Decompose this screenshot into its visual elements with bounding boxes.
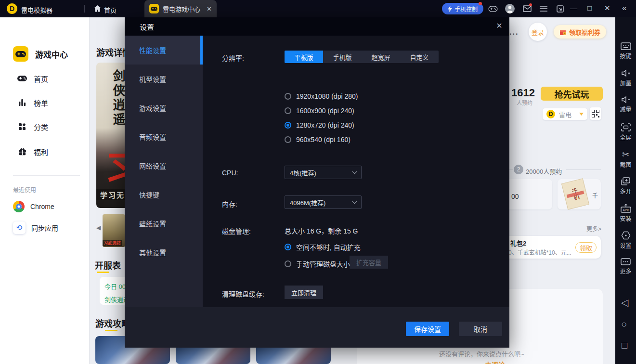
toolbar-volume-down[interactable]: 减量 [615,96,636,113]
milestone-label: 20000人预约 [526,167,562,176]
tab-close-icon[interactable]: ✕ [207,5,212,13]
toolbar-volume-up[interactable]: 加量 [615,69,636,87]
menu-icon[interactable] [538,3,549,14]
toolbar-settings[interactable]: 设置 [615,231,636,249]
gift-icon [17,147,27,156]
emulator-toolbar: 按键 加量 减量 全屏 ✂ 截图 多开 APK 安装 设置 [615,17,636,364]
multi-window-icon [621,177,630,185]
truncated-text: ... [509,28,519,37]
recent-item-sync-apps[interactable]: ⟲ 同步应用 [0,221,90,235]
thumbnail-caption: 习武选技 [103,240,122,246]
reserve-label: 人预约 [517,99,532,106]
tab-network[interactable]: 网络设置 [125,151,203,180]
memory-dropdown[interactable]: 4096M(推荐) [285,195,362,209]
reserve-count: 1612 [511,87,535,99]
radio-icon [285,107,291,114]
recent-item-chrome[interactable]: Chrome [0,199,90,214]
segment-ultrawide[interactable]: 超宽屏 [362,51,400,63]
segment-custom[interactable]: 自定义 [400,51,439,63]
memory-label: 内存: [222,199,237,208]
home-icon[interactable] [91,3,103,14]
grid-icon [17,122,27,131]
channel-label: 雷电 [559,110,571,119]
close-button[interactable]: ✕ [604,4,610,13]
try-now-button[interactable]: 抢先试玩 [541,87,603,101]
more-link[interactable]: 更多> [586,224,601,233]
android-home-icon[interactable]: ○ [621,319,627,330]
android-back-icon[interactable]: ◁ [621,297,628,308]
segment-phone[interactable]: 手机版 [323,51,362,63]
carousel-thumbnail[interactable]: 习武选技 [103,214,125,247]
tab-home[interactable]: 首页 [104,5,117,14]
chevron-down-icon [352,199,357,204]
dialog-close-icon[interactable]: ✕ [494,21,504,31]
sidebar-item-rankings[interactable]: 榜单 [0,96,90,109]
mail-icon[interactable] [521,3,533,14]
keyboard-icon [621,42,631,50]
disk-option-manual[interactable]: 手动管理磁盘大小 [285,259,350,269]
apk-install-icon: APK [621,204,631,213]
go-comment-link[interactable]: 去评论 [485,360,505,364]
resolution-option-1600[interactable]: 1600x900 (dpi 240) [285,107,354,115]
cancel-button[interactable]: 取消 [459,322,502,336]
notification-dot [479,2,482,5]
phone-control-button[interactable]: 手机控制 [442,3,483,14]
login-button[interactable]: 登录 [529,23,547,41]
minimize-button[interactable]: — [570,4,577,12]
toolbar-install-apk[interactable]: APK 安装 [615,204,636,222]
android-recents-icon[interactable]: □ [622,340,627,351]
tab-game-center[interactable]: 雷电游戏中心 ✕ [144,0,217,17]
qr-code-icon[interactable] [590,107,601,120]
reward-card[interactable]: 千机 千 [558,179,601,209]
claim-button[interactable]: 领取 [575,242,597,253]
resolution-option-1280[interactable]: 1280x720 (dpi 240) [285,121,354,129]
toolbar-more[interactable]: 更多 [615,258,636,275]
tab-audio[interactable]: 音频设置 [125,122,203,151]
cpu-dropdown[interactable]: 4核(推荐) [285,166,362,179]
tab-other[interactable]: 其他设置 [125,238,203,267]
popout-icon[interactable] [554,3,566,14]
toolbar-keymap[interactable]: 按键 [615,42,636,60]
gift-pack-desc: 0、千武玄机帖*10、元... [508,248,581,256]
chevron-down-icon [352,169,357,174]
resolution-option-960[interactable]: 960x540 (dpi 160) [285,136,350,143]
tab-performance[interactable]: 性能设置 [125,36,203,65]
svg-text:APK: APK [623,208,629,212]
yellow-underline [105,330,117,331]
collapse-toolbar-icon[interactable]: « [622,3,626,13]
resolution-label: 分辨率: [222,53,244,63]
radio-selected-icon [285,244,291,250]
sidebar-item-categories[interactable]: 分类 [0,120,90,133]
segment-tablet[interactable]: 平板版 [285,51,323,63]
clean-now-button[interactable]: 立即清理 [285,286,323,299]
server-schedule-title: 开服表 [95,259,121,271]
disk-option-auto-expand[interactable]: 空间不够时, 自动扩充 [285,242,361,252]
resolution-option-1920[interactable]: 1920x1080 (dpi 280) [285,92,358,100]
scissors-icon: ✂ [622,150,629,159]
sidebar-item-home[interactable]: 首页 [0,72,90,85]
game-center-logo-icon [13,46,28,62]
tab-game[interactable]: 游戏设置 [125,93,203,122]
tab-device-model[interactable]: 机型设置 [125,65,203,93]
toolbar-screenshot[interactable]: ✂ 截图 [615,150,636,169]
gamepad-toolbar-icon[interactable] [487,3,499,14]
comments-empty-text: 还没有评论，你来说点什么吧~ [439,349,524,358]
mail-notification-dot [529,3,532,6]
tab-wallpaper[interactable]: 壁纸设置 [125,209,203,238]
sync-icon: ⟲ [13,221,26,234]
save-settings-button[interactable]: 保存设置 [406,322,449,336]
toolbar-multi-instance[interactable]: 多开 [615,177,636,195]
bar-chart-icon [17,98,27,107]
milestone-badge: 2 [514,165,523,174]
radio-icon [285,136,291,143]
clean-cache-label: 清理磁盘缓存: [222,289,264,299]
carousel-prev-icon[interactable]: ◀ [96,224,101,231]
coupon-button[interactable]: 领取福利券 [554,25,606,39]
toolbar-fullscreen[interactable]: 全屏 [615,123,636,141]
sidebar-item-benefits[interactable]: 福利 [0,145,90,158]
maximize-button[interactable]: □ [587,4,592,12]
avatar[interactable] [504,3,516,14]
gift-icon [559,28,567,36]
tab-shortcuts[interactable]: 快捷键 [125,180,203,209]
channel-selector[interactable]: D 雷电 [543,108,587,120]
